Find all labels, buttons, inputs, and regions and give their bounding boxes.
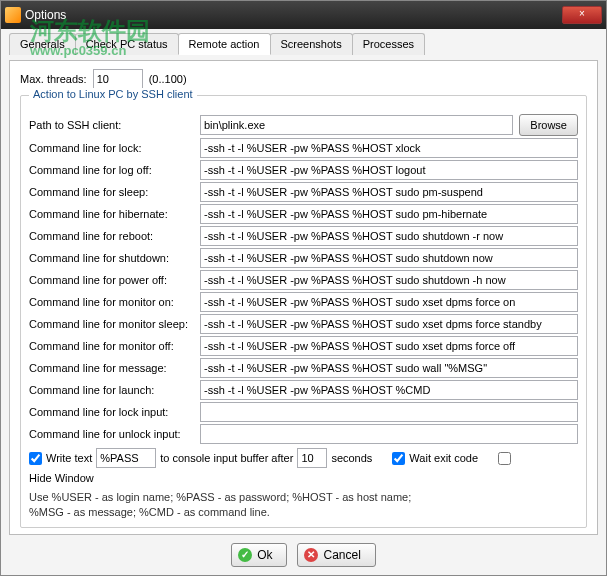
cmd-input[interactable] bbox=[200, 160, 578, 180]
cmd-label: Command line for launch: bbox=[29, 384, 194, 396]
ssh-path-input[interactable] bbox=[200, 115, 513, 135]
cmd-label: Command line for power off: bbox=[29, 274, 194, 286]
cmd-input[interactable] bbox=[200, 226, 578, 246]
window-title: Options bbox=[25, 8, 66, 22]
write-text-after: to console input buffer after bbox=[160, 452, 293, 464]
app-icon bbox=[5, 7, 21, 23]
ok-label: Ok bbox=[257, 548, 272, 562]
cancel-button[interactable]: ✕ Cancel bbox=[297, 543, 375, 567]
tab-screenshots[interactable]: Screenshots bbox=[270, 33, 353, 55]
cmd-label: Command line for log off: bbox=[29, 164, 194, 176]
cmd-input[interactable] bbox=[200, 314, 578, 334]
cmd-input[interactable] bbox=[200, 248, 578, 268]
cmd-label: Command line for monitor sleep: bbox=[29, 318, 194, 330]
cmd-input[interactable] bbox=[200, 358, 578, 378]
hint-text: Use %USER - as login name; %PASS - as pa… bbox=[29, 490, 578, 521]
cmd-input[interactable] bbox=[200, 204, 578, 224]
tab-processes[interactable]: Processes bbox=[352, 33, 425, 55]
cmd-input[interactable] bbox=[200, 336, 578, 356]
tab-panel: Max. threads: (0..100) Action to Linux P… bbox=[9, 60, 598, 535]
browse-button[interactable]: Browse bbox=[519, 114, 578, 136]
cancel-label: Cancel bbox=[323, 548, 360, 562]
cmd-label: Command line for shutdown: bbox=[29, 252, 194, 264]
cmd-label: Command line for hibernate: bbox=[29, 208, 194, 220]
cmd-label: Command line for monitor off: bbox=[29, 340, 194, 352]
hide-window-label: Hide Window bbox=[29, 472, 94, 484]
cmd-input[interactable] bbox=[200, 402, 578, 422]
cmd-input[interactable] bbox=[200, 182, 578, 202]
cmd-label: Command line for lock input: bbox=[29, 406, 194, 418]
wait-exit-checkbox[interactable] bbox=[392, 452, 405, 465]
write-text-label: Write text bbox=[46, 452, 92, 464]
wait-exit-label: Wait exit code bbox=[409, 452, 478, 464]
cmd-label: Command line for message: bbox=[29, 362, 194, 374]
cmd-label: Command line for unlock input: bbox=[29, 428, 194, 440]
cmd-label: Command line for lock: bbox=[29, 142, 194, 154]
write-text-seconds-label: seconds bbox=[331, 452, 372, 464]
write-text-input[interactable] bbox=[96, 448, 156, 468]
ok-icon: ✓ bbox=[238, 548, 252, 562]
cmd-input[interactable] bbox=[200, 424, 578, 444]
cmd-label: Command line for reboot: bbox=[29, 230, 194, 242]
ssh-group: Action to Linux PC by SSH client Path to… bbox=[20, 95, 587, 528]
ok-button[interactable]: ✓ Ok bbox=[231, 543, 287, 567]
cmd-input[interactable] bbox=[200, 292, 578, 312]
max-threads-input[interactable] bbox=[93, 69, 143, 89]
max-threads-label: Max. threads: bbox=[20, 73, 87, 85]
tab-generals[interactable]: Generals bbox=[9, 33, 76, 55]
titlebar: Options × bbox=[1, 1, 606, 29]
cmd-label: Command line for monitor on: bbox=[29, 296, 194, 308]
hide-window-checkbox[interactable] bbox=[498, 452, 511, 465]
write-text-seconds-input[interactable] bbox=[297, 448, 327, 468]
close-button[interactable]: × bbox=[562, 6, 602, 24]
max-threads-range: (0..100) bbox=[149, 73, 187, 85]
tab-bar: Generals Check PC status Remote action S… bbox=[9, 33, 598, 55]
tab-remote-action[interactable]: Remote action bbox=[178, 33, 271, 55]
cmd-label: Command line for sleep: bbox=[29, 186, 194, 198]
ssh-group-legend: Action to Linux PC by SSH client bbox=[29, 88, 197, 100]
cmd-input[interactable] bbox=[200, 380, 578, 400]
cmd-input[interactable] bbox=[200, 138, 578, 158]
cmd-input[interactable] bbox=[200, 270, 578, 290]
ssh-path-label: Path to SSH client: bbox=[29, 119, 194, 131]
tab-check-pc-status[interactable]: Check PC status bbox=[75, 33, 179, 55]
cancel-icon: ✕ bbox=[304, 548, 318, 562]
write-text-checkbox[interactable] bbox=[29, 452, 42, 465]
